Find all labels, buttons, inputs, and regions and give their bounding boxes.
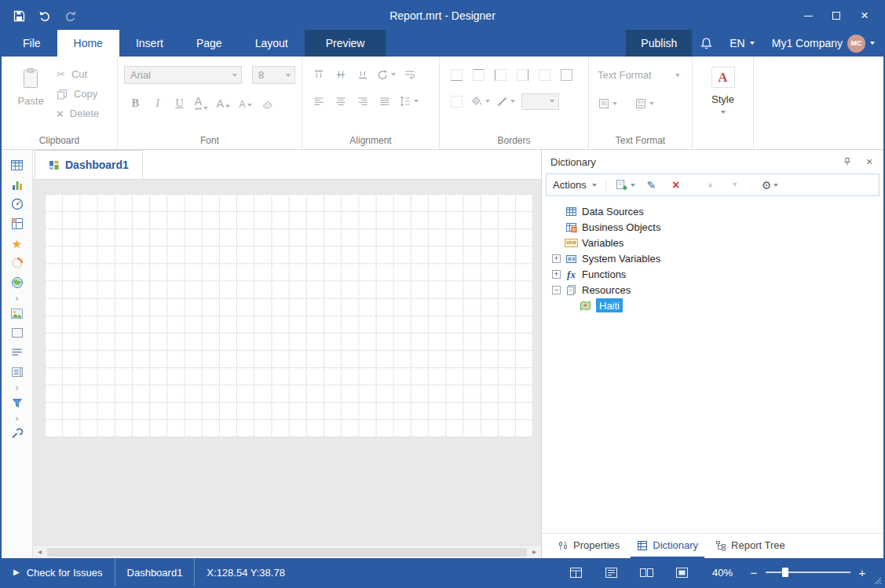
font-family-select[interactable]: Arial [124, 66, 242, 84]
scrollbar-thumb[interactable] [47, 548, 527, 557]
publish-button[interactable]: Publish [626, 30, 692, 57]
number-format-button[interactable] [598, 95, 617, 112]
actions-button[interactable]: Actions [553, 179, 597, 191]
filter-tool[interactable] [8, 395, 27, 411]
border-outline-button[interactable] [448, 93, 464, 110]
resize-grip[interactable] [871, 558, 883, 586]
conditions-button[interactable] [634, 95, 654, 112]
new-item-button[interactable] [615, 177, 635, 193]
dashboard-grid-canvas[interactable] [45, 194, 533, 437]
maximize-button[interactable] [822, 5, 850, 26]
more-charts-chevron[interactable]: › [8, 294, 27, 301]
account-menu[interactable]: My1 Company MC [763, 30, 883, 57]
active-page-name[interactable]: Dashboard1 [115, 558, 195, 586]
border-right-button[interactable] [514, 66, 530, 83]
language-selector[interactable]: EN [721, 30, 762, 57]
table-tool[interactable] [8, 157, 27, 173]
align-middle-button[interactable] [333, 66, 349, 83]
online-map-tool[interactable] [8, 275, 27, 290]
align-bottom-button[interactable] [355, 66, 371, 83]
align-top-button[interactable] [311, 66, 327, 83]
horizontal-scrollbar[interactable]: ◂ ▸ [33, 545, 541, 558]
tab-file[interactable]: File [6, 30, 57, 57]
tab-report-tree[interactable]: Report Tree [709, 534, 792, 558]
zoom-slider-thumb[interactable] [782, 568, 788, 577]
border-top-button[interactable] [470, 66, 486, 83]
minimize-button[interactable] [794, 5, 822, 26]
panel-tool[interactable] [8, 325, 27, 341]
expand-icon[interactable]: + [552, 270, 561, 279]
tree-item-system-variables[interactable]: + System Variables [552, 250, 883, 266]
grow-font-button[interactable]: A [214, 94, 232, 111]
collapse-icon[interactable]: − [552, 286, 561, 294]
border-bottom-button[interactable] [448, 66, 464, 83]
expand-icon[interactable]: + [552, 254, 561, 263]
font-color-button[interactable]: A [192, 94, 210, 111]
pivot-table-tool[interactable] [8, 216, 27, 232]
style-button[interactable]: A [711, 67, 735, 88]
tree-item-functions[interactable]: + fx Functions [552, 266, 883, 282]
zoom-slider[interactable] [766, 572, 850, 573]
delete-item-button[interactable]: × [668, 177, 684, 193]
zoom-out-button[interactable]: − [745, 566, 762, 579]
border-width-select[interactable] [521, 93, 559, 110]
align-justify-button[interactable] [377, 93, 393, 110]
scroll-right-arrow[interactable]: ▸ [528, 548, 541, 556]
scroll-left-arrow[interactable]: ◂ [33, 548, 46, 556]
tab-layout[interactable]: Layout [239, 30, 305, 57]
italic-button[interactable]: I [148, 94, 166, 111]
notifications-button[interactable] [692, 30, 721, 57]
dictionary-settings-button[interactable]: ⚙ [762, 177, 779, 193]
more-controls-chevron[interactable]: › [8, 384, 27, 391]
move-up-button[interactable]: ▲ [703, 177, 719, 193]
font-size-select[interactable]: 8 [252, 66, 295, 84]
border-style-button[interactable] [496, 93, 515, 110]
tree-item-data-sources[interactable]: Data Sources [552, 203, 883, 219]
border-none-button[interactable] [536, 66, 552, 83]
copy-button[interactable]: Copy [57, 88, 99, 100]
image-tool[interactable] [8, 305, 27, 321]
tab-properties[interactable]: Properties [551, 534, 626, 558]
page-tab-dashboard1[interactable]: Dashboard1 [35, 150, 143, 179]
close-panel-button[interactable]: × [862, 155, 876, 169]
underline-button[interactable]: U [170, 94, 188, 111]
indicator-tool[interactable]: ★ [8, 236, 27, 251]
edit-item-button[interactable]: ✎ [644, 177, 660, 193]
shrink-font-button[interactable]: A [236, 94, 254, 111]
chevron-down-icon[interactable] [721, 111, 726, 114]
word-wrap-button[interactable] [402, 66, 418, 83]
tools-button[interactable] [8, 425, 27, 441]
move-down-button[interactable]: ▼ [727, 177, 743, 193]
align-right-button[interactable] [355, 93, 371, 110]
border-left-button[interactable] [492, 66, 508, 83]
tab-page[interactable]: Page [180, 30, 239, 57]
list-box-tool[interactable] [8, 364, 27, 380]
view-whole-page-button[interactable] [629, 567, 664, 579]
undo-button[interactable] [37, 8, 53, 24]
tab-insert[interactable]: Insert [119, 30, 180, 57]
save-button[interactable] [11, 8, 27, 24]
close-button[interactable]: × [850, 5, 879, 26]
view-dashboard-button[interactable] [558, 567, 594, 579]
bold-button[interactable]: B [126, 94, 144, 111]
progress-tool[interactable] [8, 255, 27, 271]
clear-formatting-button[interactable] [258, 94, 276, 111]
tab-home[interactable]: Home [57, 30, 119, 57]
tree-item-haiti[interactable]: Haiti [552, 298, 883, 313]
zoom-level[interactable]: 40% [700, 567, 745, 579]
text-tool[interactable] [8, 345, 27, 360]
font-size-dropdown[interactable] [282, 67, 294, 83]
more-filters-chevron[interactable]: › [8, 415, 27, 422]
check-for-issues-button[interactable]: ▶ Check for Issues [2, 558, 115, 586]
tab-dictionary[interactable]: Dictionary [631, 534, 704, 558]
border-width-dropdown[interactable] [546, 94, 558, 109]
redo-button[interactable] [63, 8, 79, 24]
font-family-dropdown[interactable] [229, 67, 241, 83]
cut-button[interactable]: ✂ Cut [57, 68, 99, 80]
align-left-button[interactable] [311, 93, 327, 110]
delete-button[interactable]: × Delete [57, 108, 99, 119]
tree-item-business-objects[interactable]: Business Objects [552, 219, 883, 235]
tab-preview[interactable]: Preview [305, 30, 386, 57]
view-zoom-one-button[interactable] [664, 567, 700, 579]
tree-item-variables[interactable]: VAR Variables [552, 235, 883, 250]
